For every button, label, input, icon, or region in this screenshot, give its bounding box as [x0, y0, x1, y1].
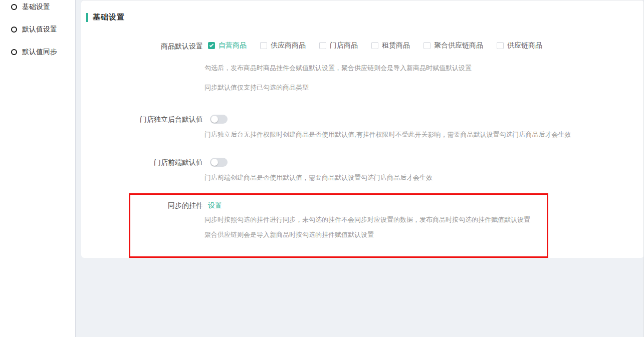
checkbox-lease[interactable]: 租赁商品 — [371, 41, 410, 50]
sync-widget-hint-1: 同步时按照勾选的挂件进行同步，未勾选的挂件不会同步对应设置的数据，发布商品时按勾… — [204, 215, 530, 224]
checkbox-box — [371, 42, 378, 49]
checkbox-box — [208, 42, 215, 49]
accent-bar — [86, 13, 88, 22]
product-default-hint-2: 同步默认值仅支持已勾选的商品类型 — [204, 83, 309, 92]
store-front-hint: 门店前端创建商品是否使用默认值，需要商品默认设置勾选门店商品后才会生效 — [204, 173, 433, 182]
checkbox-label: 供应商商品 — [271, 41, 306, 50]
sidebar-item-label: 默认值同步 — [22, 48, 57, 57]
checkbox-aggregated-supply-chain[interactable]: 聚合供应链商品 — [423, 41, 483, 50]
checkbox-label: 供应链商品 — [507, 41, 542, 50]
checkbox-box — [260, 42, 267, 49]
check-icon — [209, 43, 213, 47]
section-header: 基础设置 — [86, 13, 125, 22]
sidebar-item-default-sync[interactable]: 默认值同步 — [11, 47, 75, 57]
store-front-toggle[interactable] — [210, 158, 228, 167]
checkbox-label: 聚合供应链商品 — [434, 41, 483, 50]
sidebar-item-basic-settings[interactable]: 基础设置 — [11, 2, 75, 12]
checkbox-self-operated[interactable]: 自营商品 — [208, 41, 247, 50]
sync-widget-hint-2: 聚合供应链则会是导入新商品时按勾选的挂件赋值默认设置 — [204, 230, 374, 239]
store-backend-hint: 门店独立后台无挂件权限时创建商品是否使用默认值,有挂件权限时不受此开关影响，需要… — [204, 130, 571, 139]
store-backend-label: 门店独立后台默认值 — [81, 114, 203, 124]
circle-anchor-icon — [11, 27, 17, 33]
checkbox-label: 租赁商品 — [382, 41, 410, 50]
checkbox-box — [497, 42, 504, 49]
sync-widget-label: 同步的挂件 — [81, 200, 203, 210]
store-front-label: 门店前端默认值 — [81, 157, 203, 167]
sidebar-item-label: 默认值设置 — [22, 25, 57, 34]
checkbox-store[interactable]: 门店商品 — [319, 41, 358, 50]
circle-anchor-icon — [11, 4, 17, 10]
sidebar-item-default-values[interactable]: 默认值设置 — [11, 25, 75, 35]
checkbox-label: 自营商品 — [219, 41, 247, 50]
sidebar-item-label: 基础设置 — [22, 3, 50, 12]
page-title: 基础设置 — [93, 13, 125, 22]
checkbox-supplier[interactable]: 供应商商品 — [260, 41, 306, 50]
product-type-checkbox-group: 自营商品 供应商商品 门店商品 租赁商品 聚合供应链商品 供应链商品 — [208, 41, 542, 50]
product-default-hint-1: 勾选后，发布商品时商品挂件会赋值默认设置，聚合供应链则会是导入新商品时赋值默认设… — [204, 64, 472, 73]
checkbox-box — [423, 42, 431, 49]
sync-widget-settings-link[interactable]: 设置 — [208, 200, 222, 210]
basic-settings-panel: 基础设置 商品默认设置 自营商品 供应商商品 门店商品 租赁商品 聚合供应链商品… — [81, 0, 644, 258]
product-default-label: 商品默认设置 — [81, 41, 203, 51]
checkbox-box — [319, 42, 326, 49]
toggle-knob — [211, 159, 218, 166]
toggle-knob — [211, 116, 218, 123]
anchor-sidebar: 基础设置 默认值设置 默认值同步 — [0, 0, 76, 337]
store-backend-toggle[interactable] — [210, 115, 228, 124]
circle-anchor-icon — [11, 49, 17, 55]
checkbox-label: 门店商品 — [330, 41, 358, 50]
checkbox-supply-chain[interactable]: 供应链商品 — [497, 41, 542, 50]
